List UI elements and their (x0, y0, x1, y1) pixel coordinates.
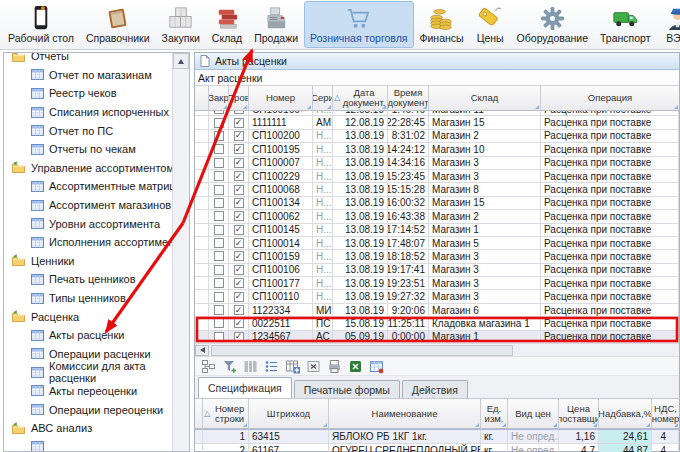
tab-specification[interactable]: Спецификация (198, 377, 292, 398)
sidebar-item[interactable]: Отчет по магазинам (4, 66, 189, 85)
row-selector-cell[interactable] (195, 277, 209, 290)
table-row[interactable]: СП100110 Н... 13.08.19 19:27:32 Магазин … (195, 290, 679, 303)
sidebar-item[interactable]: Акты расценки (4, 326, 189, 345)
approved-checkbox[interactable] (234, 251, 244, 261)
closed-checkbox[interactable] (214, 292, 224, 302)
closed-checkbox[interactable] (214, 131, 224, 141)
column-header-vat[interactable]: НДС, номер (652, 399, 679, 429)
row-selector-cell[interactable] (195, 210, 209, 223)
row-selector-cell[interactable] (195, 237, 209, 250)
scroll-left-button[interactable] (195, 345, 209, 356)
table-row[interactable]: СП100159 Н... 13.08.19 18:18:52 Магазин … (195, 250, 679, 263)
sidebar-item[interactable]: Уровни ассортимента (4, 214, 189, 233)
excel-export-icon[interactable] (347, 359, 363, 374)
row-selector-cell[interactable] (195, 170, 209, 183)
sidebar-item[interactable]: Комиссии для акта расценки (4, 363, 189, 382)
row-selector-cell[interactable] (195, 130, 209, 143)
table-row[interactable]: СП100229 Н... 13.08.19 15:23:45 Магазин … (195, 170, 679, 183)
toolbar-item-retail[interactable]: Розничная торговля (304, 1, 413, 48)
closed-checkbox[interactable] (214, 158, 224, 168)
row-selector-cell[interactable] (195, 224, 209, 237)
sidebar-item[interactable]: Печать ценников (4, 270, 189, 289)
toolbar-item-ved[interactable]: ВЭД (657, 1, 680, 48)
toolbar-item-desktop[interactable]: Рабочий стол (2, 1, 80, 48)
approved-checkbox[interactable] (234, 292, 244, 302)
filter-add-icon[interactable] (221, 359, 237, 374)
approved-checkbox[interactable] (234, 171, 244, 181)
closed-checkbox[interactable] (214, 198, 224, 208)
approved-checkbox[interactable] (234, 305, 244, 315)
tab-print-forms[interactable]: Печатные формы (294, 380, 400, 398)
table-row[interactable]: 1234567 АС 05.09.19 0:00:00 Магазин 1 Ра… (195, 331, 679, 344)
sidebar-item[interactable]: Отчеты (4, 52, 189, 66)
formula-icon[interactable] (305, 359, 321, 374)
column-header-date[interactable]: △Дата документ. (333, 86, 388, 111)
column-header-markup[interactable]: Надбавка,% (599, 399, 652, 429)
row-selector-cell[interactable] (195, 183, 209, 196)
approved-checkbox[interactable] (234, 144, 244, 154)
approved-checkbox[interactable] (234, 198, 244, 208)
approved-checkbox[interactable] (234, 318, 244, 328)
print-icon[interactable] (326, 359, 342, 374)
row-selector-cell[interactable] (195, 430, 203, 444)
sidebar-item[interactable]: Отчет по ПС (4, 121, 189, 140)
closed-checkbox[interactable] (214, 278, 224, 288)
row-selector-cell[interactable] (195, 290, 209, 303)
row-selector-cell[interactable] (195, 250, 209, 263)
closed-checkbox[interactable] (214, 171, 224, 181)
closed-checkbox[interactable] (214, 251, 224, 261)
table-row[interactable]: СП100106 Н... 13.08.19 19:17:41 Магазин … (195, 264, 679, 277)
row-selector-cell[interactable] (195, 331, 209, 344)
window-title-bar[interactable]: Акты расценки (195, 53, 679, 70)
sidebar-item[interactable] (4, 437, 189, 452)
sidebar-item[interactable]: Расценка (4, 307, 189, 326)
table-row[interactable]: СП100195 Н... 13.08.19 14:24:12 Магазин … (195, 143, 679, 156)
sidebar-item[interactable]: Управление ассортиментом (4, 159, 189, 178)
sidebar-item[interactable]: Списания испорченных ПС (4, 103, 189, 122)
table-row[interactable]: СП100062 Н... 13.08.19 16:43:38 Магазин … (195, 210, 679, 223)
sidebar-item[interactable]: Реестр чеков (4, 84, 189, 103)
toolbar-item-sales[interactable]: Продажи (248, 1, 304, 48)
approved-checkbox[interactable] (234, 278, 244, 288)
column-header-operation[interactable]: Операция (541, 86, 679, 111)
table-row[interactable]: СП100134 Н... 13.08.19 16:00:32 Магазин … (195, 197, 679, 210)
column-header-warehouse[interactable]: Склад (429, 86, 541, 111)
toolbar-item-finance[interactable]: Финансы (414, 1, 470, 48)
closed-checkbox[interactable] (214, 332, 224, 342)
column-header-name[interactable]: Наименование (329, 399, 481, 429)
approved-checkbox[interactable] (234, 332, 244, 342)
approved-checkbox[interactable] (234, 118, 244, 128)
table-row[interactable]: 1122334 МИ 13.08.19 9:20:06 Магазин 6 Ра… (195, 304, 679, 317)
column-header-number[interactable]: Номер (249, 86, 313, 111)
sidebar-item[interactable]: Ценники (4, 252, 189, 271)
row-selector-cell[interactable] (195, 143, 209, 156)
approved-checkbox[interactable] (234, 211, 244, 221)
row-selector-cell[interactable] (195, 197, 209, 210)
closed-checkbox[interactable] (214, 185, 224, 195)
insert-row-icon[interactable] (284, 359, 300, 374)
sidebar-item[interactable]: Типы ценников (4, 289, 189, 308)
sidebar-item[interactable]: Акты переоценки (4, 382, 189, 401)
column-header-closed[interactable]: Закр (209, 86, 229, 111)
toolbar-item-prices[interactable]: Цены (470, 1, 511, 48)
table-row[interactable]: СП100177 Н... 13.08.19 19:23:51 Магазин … (195, 277, 679, 290)
table-row[interactable]: СП100014 Н... 13.08.19 17:48:07 Магазин … (195, 237, 679, 250)
closed-checkbox[interactable] (214, 318, 224, 328)
table-row[interactable]: СП100068 Н... 13.08.19 15:15:28 Магазин … (195, 183, 679, 196)
table-row[interactable]: СП100145 Н... 13.08.19 17:14:52 Магазин … (195, 224, 679, 237)
sidebar-scrollbar[interactable] (172, 53, 189, 451)
sidebar-item[interactable]: Операции переоценки (4, 400, 189, 419)
spec-row[interactable]: 2 61167 ОГУРЕЦ СРЕДНЕПЛОДНЫЙ РБ 1К... кг… (195, 444, 679, 452)
horizontal-scrollbar[interactable] (195, 344, 679, 357)
grid-settings-icon[interactable] (368, 359, 384, 374)
toolbar-item-equipment[interactable]: Оборудование (511, 1, 594, 48)
column-header-barcode[interactable]: Штрихкод (249, 399, 329, 429)
closed-checkbox[interactable] (214, 211, 224, 221)
approved-checkbox[interactable] (234, 131, 244, 141)
closed-checkbox[interactable] (214, 225, 224, 235)
closed-checkbox[interactable] (214, 118, 224, 128)
column-header-price-type[interactable]: Вид цен (508, 399, 559, 429)
tab-actions[interactable]: Действия (402, 380, 468, 398)
structure-icon[interactable] (200, 359, 216, 374)
column-header-unit[interactable]: Ед. изм. (481, 399, 508, 429)
